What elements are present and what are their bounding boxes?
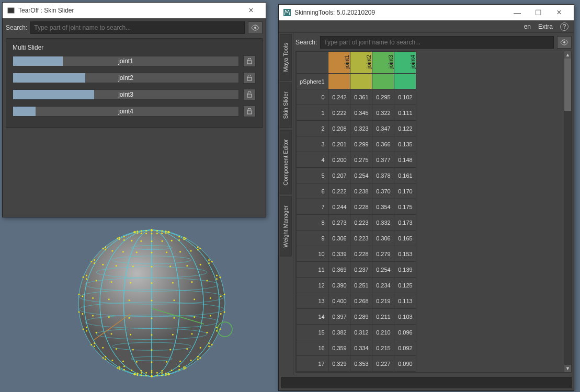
weight-cell[interactable]: 0.148: [394, 152, 416, 168]
weight-cell[interactable]: 0.234: [372, 278, 394, 293]
weight-cell[interactable]: 0.170: [394, 183, 416, 199]
weight-cell[interactable]: 0.370: [372, 183, 394, 199]
joint-header[interactable]: joint2: [350, 52, 372, 74]
weight-cell[interactable]: 0.251: [350, 278, 372, 293]
table-row[interactable]: 30.2010.2990.3660.135: [297, 136, 416, 152]
joint-header[interactable]: joint3: [372, 52, 394, 74]
joint-header[interactable]: joint4: [394, 52, 416, 74]
weight-cell[interactable]: 0.329: [328, 356, 350, 372]
weight-cell[interactable]: 0.242: [328, 89, 350, 105]
table-row[interactable]: 60.2220.2380.3700.170: [297, 183, 416, 199]
scroll-down-icon[interactable]: ▼: [564, 365, 571, 372]
lock-button[interactable]: [243, 106, 256, 117]
weight-cell[interactable]: 0.295: [372, 89, 394, 105]
weight-cell[interactable]: 0.237: [350, 262, 372, 278]
vertical-tab[interactable]: Weight Manager: [280, 197, 292, 257]
search-input[interactable]: [320, 36, 554, 49]
vertical-tab[interactable]: Maya Tools: [280, 34, 292, 80]
vertical-tab[interactable]: Component Editor: [280, 130, 292, 194]
skintools-titlebar[interactable]: SkinningTools: 5.0.20210209 — ☐ ×: [279, 5, 574, 20]
weight-cell[interactable]: 0.201: [328, 136, 350, 152]
scroll-up-icon[interactable]: ▲: [564, 51, 571, 59]
weight-cell[interactable]: 0.361: [350, 89, 372, 105]
weight-cell[interactable]: 0.400: [328, 293, 350, 309]
weight-cell[interactable]: 0.135: [394, 136, 416, 152]
weight-cell[interactable]: 0.153: [394, 246, 416, 262]
table-row[interactable]: 160.3590.3340.2150.092: [297, 340, 416, 356]
weight-cell[interactable]: 0.366: [372, 136, 394, 152]
weight-cell[interactable]: 0.161: [394, 168, 416, 183]
weight-cell[interactable]: 0.345: [350, 105, 372, 121]
close-icon[interactable]: ×: [549, 5, 570, 20]
visibility-toggle-button[interactable]: [557, 36, 572, 49]
joint-slider[interactable]: joint4: [13, 106, 239, 117]
weight-cell[interactable]: 0.353: [350, 356, 372, 372]
weight-cell[interactable]: 0.125: [394, 278, 416, 293]
weight-cell[interactable]: 0.200: [328, 152, 350, 168]
table-row[interactable]: 130.4000.2680.2190.113: [297, 293, 416, 309]
weight-cell[interactable]: 0.334: [350, 340, 372, 356]
table-row[interactable]: 100.3390.2280.2790.153: [297, 246, 416, 262]
lock-button[interactable]: [243, 89, 256, 100]
weight-cell[interactable]: 0.102: [394, 89, 416, 105]
weight-table[interactable]: joint1joint2joint3joint4pSphere100.2420.…: [295, 51, 572, 373]
weight-cell[interactable]: 0.244: [328, 199, 350, 215]
weight-cell[interactable]: 0.238: [350, 183, 372, 199]
visibility-toggle-button[interactable]: [248, 21, 263, 34]
weight-cell[interactable]: 0.354: [372, 199, 394, 215]
scrollbar-thumb[interactable]: [564, 59, 571, 111]
table-row[interactable]: 110.3690.2370.2540.139: [297, 262, 416, 278]
table-row[interactable]: 120.3900.2510.2340.125: [297, 278, 416, 293]
weight-cell[interactable]: 0.279: [372, 246, 394, 262]
weight-cell[interactable]: 0.306: [372, 230, 394, 246]
vertical-tab[interactable]: Skin Slider: [280, 83, 292, 128]
weight-cell[interactable]: 0.103: [394, 309, 416, 325]
weight-cell[interactable]: 0.165: [394, 230, 416, 246]
table-row[interactable]: 140.3970.2890.2110.103: [297, 309, 416, 325]
weight-cell[interactable]: 0.339: [328, 246, 350, 262]
weight-cell[interactable]: 0.254: [350, 168, 372, 183]
table-row[interactable]: 10.2220.3450.3220.111: [297, 105, 416, 121]
table-row[interactable]: 90.3060.2230.3060.165: [297, 230, 416, 246]
table-row[interactable]: 170.3290.3530.2270.090: [297, 356, 416, 372]
weight-cell[interactable]: 0.215: [372, 340, 394, 356]
weight-cell[interactable]: 0.227: [372, 356, 394, 372]
joint-slider[interactable]: joint2: [13, 73, 239, 83]
lock-button[interactable]: [243, 72, 256, 84]
weight-cell[interactable]: 0.369: [328, 262, 350, 278]
weight-cell[interactable]: 0.219: [372, 293, 394, 309]
table-row[interactable]: 40.2000.2750.3770.148: [297, 152, 416, 168]
weight-cell[interactable]: 0.122: [394, 121, 416, 136]
weight-cell[interactable]: 0.223: [350, 215, 372, 230]
weight-cell[interactable]: 0.289: [350, 309, 372, 325]
weight-cell[interactable]: 0.222: [328, 183, 350, 199]
close-icon[interactable]: ×: [241, 3, 261, 18]
weight-cell[interactable]: 0.359: [328, 340, 350, 356]
weight-cell[interactable]: 0.210: [372, 325, 394, 340]
tearoff-titlebar[interactable]: TearOff : Skin Slider ×: [3, 3, 266, 18]
weight-cell[interactable]: 0.096: [394, 325, 416, 340]
extra-menu[interactable]: Extra: [538, 23, 553, 30]
weight-cell[interactable]: 0.228: [350, 246, 372, 262]
weight-cell[interactable]: 0.211: [372, 309, 394, 325]
weight-cell[interactable]: 0.139: [394, 262, 416, 278]
search-input[interactable]: [30, 21, 245, 34]
weight-cell[interactable]: 0.332: [372, 215, 394, 230]
weight-cell[interactable]: 0.090: [394, 356, 416, 372]
weight-cell[interactable]: 0.275: [350, 152, 372, 168]
weight-cell[interactable]: 0.254: [372, 262, 394, 278]
weight-cell[interactable]: 0.175: [394, 199, 416, 215]
weight-cell[interactable]: 0.323: [350, 121, 372, 136]
maximize-icon[interactable]: ☐: [528, 5, 549, 20]
vertical-scrollbar[interactable]: ▲ ▼: [564, 51, 571, 372]
weight-cell[interactable]: 0.092: [394, 340, 416, 356]
lock-button[interactable]: [243, 55, 256, 67]
weight-cell[interactable]: 0.377: [372, 152, 394, 168]
joint-header[interactable]: joint1: [328, 52, 350, 74]
weight-cell[interactable]: 0.173: [394, 215, 416, 230]
weight-cell[interactable]: 0.222: [328, 105, 350, 121]
weight-cell[interactable]: 0.322: [372, 105, 394, 121]
help-icon[interactable]: ?: [560, 22, 568, 31]
weight-cell[interactable]: 0.378: [372, 168, 394, 183]
weight-cell[interactable]: 0.228: [350, 199, 372, 215]
